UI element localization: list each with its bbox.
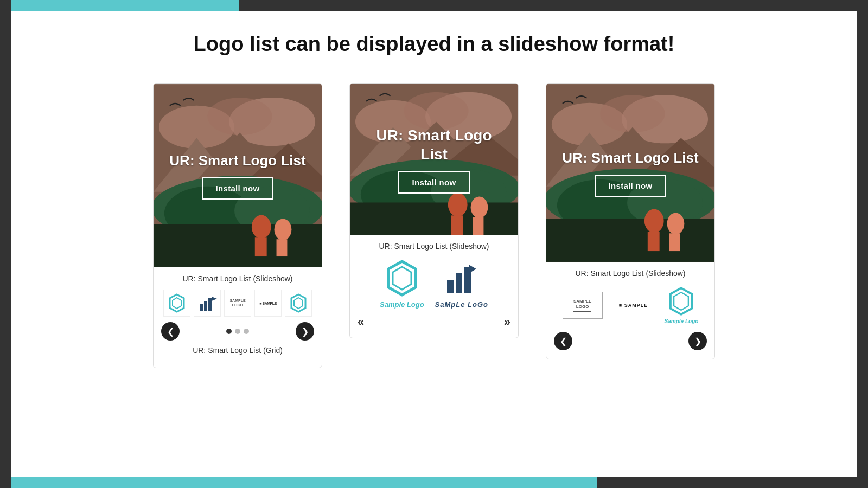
card-mid-prev-dbl-button[interactable]: « [358, 315, 364, 329]
right-logo-sample-text: ■ SAMPLE [614, 292, 654, 319]
logo-thumb-3: SAMPLELOGO [224, 290, 251, 317]
cards-row: UR: Smart Logo List Install now UR: Smar… [153, 83, 715, 368]
card-mid-overlay: UR: Smart Logo List Install now [350, 84, 518, 235]
card-mid-hero: UR: Smart Logo List Install now [350, 84, 518, 235]
svg-marker-20 [212, 297, 217, 301]
card-mid-nav-arrows: « » [350, 313, 518, 329]
logo-thumb-1 [163, 290, 190, 317]
card-right-logo-row: SAMPLELOGO ■ SAMPLE Sample Logo [546, 282, 714, 329]
dot-3 [244, 329, 249, 334]
card-right-next-button[interactable]: ❯ [688, 332, 707, 350]
card-left-bottom-label: UR: Smart Logo List (Grid) [193, 346, 283, 355]
card-left-hero-title: UR: Smart Logo List [169, 152, 305, 170]
screen: Logo list can be displayed in a slidesho… [11, 11, 857, 477]
svg-marker-60 [674, 292, 689, 310]
card-left-nav-row: ❮ ❯ [154, 319, 322, 341]
card-right-hero-title: UR: Smart Logo List [562, 149, 698, 167]
card-right-subtitle: UR: Smart Logo List (Slideshow) [575, 269, 685, 278]
card-right-nav-row: ❮ ❯ [546, 329, 714, 350]
logo-thumb-2 [194, 290, 221, 317]
card-mid-next-dbl-button[interactable]: » [504, 315, 510, 329]
card-left-logo-strip: SAMPLELOGO ■ SAMPLE [154, 287, 322, 319]
card-right-prev-button[interactable]: ❮ [554, 332, 572, 350]
svg-marker-43 [469, 265, 476, 273]
svg-marker-22 [294, 298, 303, 309]
card-right: UR: Smart Logo List Install now UR: Smar… [546, 83, 715, 359]
mid-logo-bar: SaMpLe LoGo [435, 259, 488, 309]
svg-rect-18 [204, 301, 207, 311]
svg-marker-16 [173, 298, 181, 309]
svg-rect-17 [200, 304, 203, 311]
card-mid-subtitle: UR: Smart Logo List (Slideshow) [379, 242, 489, 251]
card-left-prev-button[interactable]: ❮ [161, 322, 180, 341]
card-right-install-button[interactable]: Install now [595, 175, 667, 197]
right-logo-hex: Sample Logo [665, 286, 699, 324]
svg-rect-19 [208, 298, 212, 311]
card-left-overlay: UR: Smart Logo List Install now [154, 84, 322, 268]
card-mid-install-button[interactable]: Install now [398, 171, 470, 194]
page-title: Logo list can be displayed in a slidesho… [194, 33, 675, 56]
card-mid: UR: Smart Logo List Install now UR: Smar… [349, 83, 519, 338]
card-right-hero: UR: Smart Logo List Install now [546, 84, 714, 262]
svg-marker-39 [393, 267, 411, 290]
right-logo-sample-box: SAMPLELOGO [563, 292, 603, 319]
svg-marker-21 [291, 294, 305, 312]
svg-rect-40 [447, 280, 454, 293]
logo-thumb-5 [285, 290, 312, 317]
card-mid-logo-row: Sample Logo SaMpLe LoGo [350, 255, 518, 313]
mid-logo-hex: Sample Logo [380, 259, 424, 309]
card-mid-hero-title: UR: Smart Logo List [361, 126, 507, 164]
logo-thumb-4: ■ SAMPLE [254, 290, 282, 317]
card-left-install-button[interactable]: Install now [202, 177, 274, 200]
card-left-hero: UR: Smart Logo List Install now [154, 84, 322, 268]
card-right-overlay: UR: Smart Logo List Install now [546, 84, 714, 262]
card-left-subtitle: UR: Smart Logo List (Slideshow) [182, 274, 292, 283]
dot-1 [226, 329, 232, 334]
card-left: UR: Smart Logo List Install now UR: Smar… [153, 83, 322, 368]
card-left-dots [226, 329, 249, 334]
dot-2 [235, 329, 240, 334]
svg-marker-15 [170, 294, 184, 312]
card-left-next-button[interactable]: ❯ [296, 322, 314, 341]
svg-rect-41 [456, 273, 462, 293]
